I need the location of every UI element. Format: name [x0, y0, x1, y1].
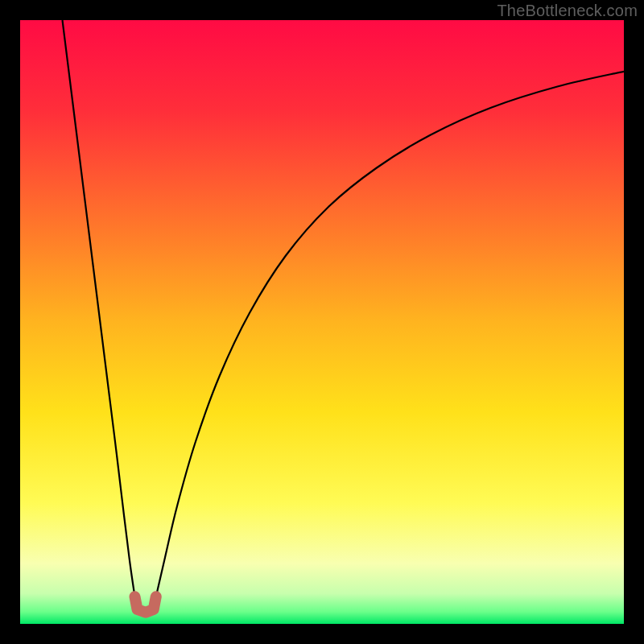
- watermark-text: TheBottleneck.com: [497, 2, 638, 20]
- chart-background: [20, 20, 624, 624]
- bottleneck-chart: [20, 20, 624, 624]
- chart-frame: TheBottleneck.com: [0, 0, 644, 644]
